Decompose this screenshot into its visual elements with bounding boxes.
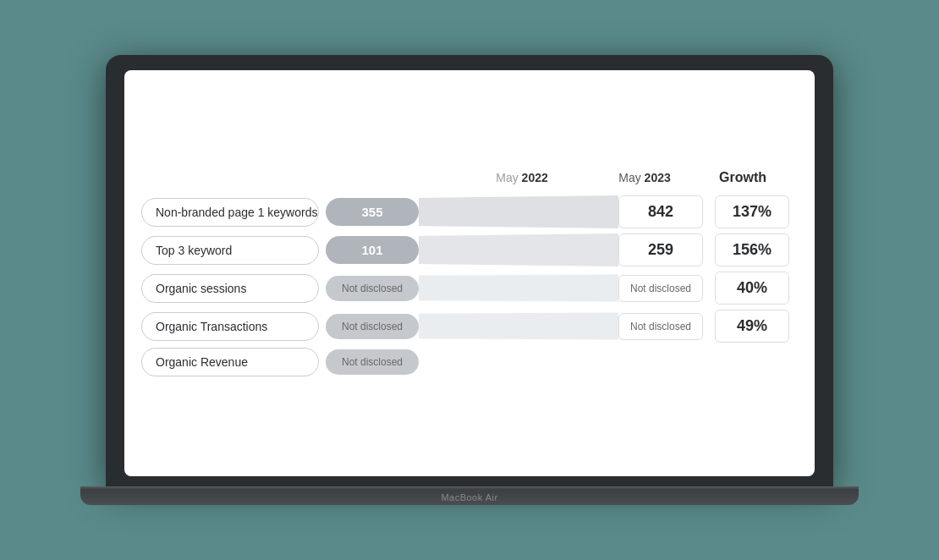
row-revenue-val2022: Not disclosed xyxy=(326,349,419,375)
col-2023-header: May 2023 xyxy=(598,171,691,184)
row-revenue-label: Organic Revenue xyxy=(141,348,319,376)
data-rows: Non-branded page 1 keywords 355 842 137%… xyxy=(141,195,789,376)
laptop-base: MacBook Air xyxy=(80,486,859,505)
row-sessions-val2022: Not disclosed xyxy=(326,276,419,301)
row-nonbranded-val2022: 355 xyxy=(326,198,419,226)
laptop-container: May 2022 May 2023 Growth Non-brande xyxy=(106,55,833,505)
macbook-brand-label: MacBook Air xyxy=(441,492,497,502)
screen-bezel: May 2022 May 2023 Growth Non-brande xyxy=(106,55,833,486)
chart-container: May 2022 May 2023 Growth Non-brande xyxy=(124,70,815,476)
row-sessions: Organic sessions Not disclosed Not discl… xyxy=(141,272,789,305)
row-top3: Top 3 keyword 101 259 156% xyxy=(141,233,789,266)
row-transactions-val2023: Not disclosed xyxy=(618,313,703,340)
year-2022: 2022 xyxy=(522,171,548,184)
row-transactions: Organic Transactions Not disclosed Not d… xyxy=(141,310,789,343)
row-top3-growth: 156% xyxy=(715,233,789,266)
row-top3-val2022: 101 xyxy=(326,236,419,264)
row-sessions-growth: 40% xyxy=(715,272,789,305)
chart-header: May 2022 May 2023 Growth xyxy=(141,170,789,185)
row-top3-label: Top 3 keyword xyxy=(141,236,319,265)
screen: May 2022 May 2023 Growth Non-brande xyxy=(124,70,815,476)
col-2022-header: May 2022 xyxy=(471,171,573,184)
year-2023: 2023 xyxy=(645,171,671,184)
row-nonbranded-val2023: 842 xyxy=(618,195,703,228)
row-top3-val2023: 259 xyxy=(618,233,703,266)
row-nonbranded-growth: 137% xyxy=(715,195,789,228)
col-growth-header: Growth xyxy=(705,170,781,185)
may-2022-prefix: May xyxy=(496,171,518,184)
row-revenue: Organic Revenue Not disclosed xyxy=(141,348,789,376)
row-transactions-val2022: Not disclosed xyxy=(326,314,419,339)
row-transactions-growth: 49% xyxy=(715,310,789,343)
row-sessions-val2023: Not disclosed xyxy=(618,275,703,302)
row-nonbranded: Non-branded page 1 keywords 355 842 137% xyxy=(141,195,789,228)
may-2023-prefix: May xyxy=(618,171,640,184)
row-transactions-label: Organic Transactions xyxy=(141,312,319,341)
growth-label: Growth xyxy=(719,170,766,184)
row-nonbranded-label: Non-branded page 1 keywords xyxy=(141,198,319,227)
row-sessions-label: Organic sessions xyxy=(141,274,319,303)
